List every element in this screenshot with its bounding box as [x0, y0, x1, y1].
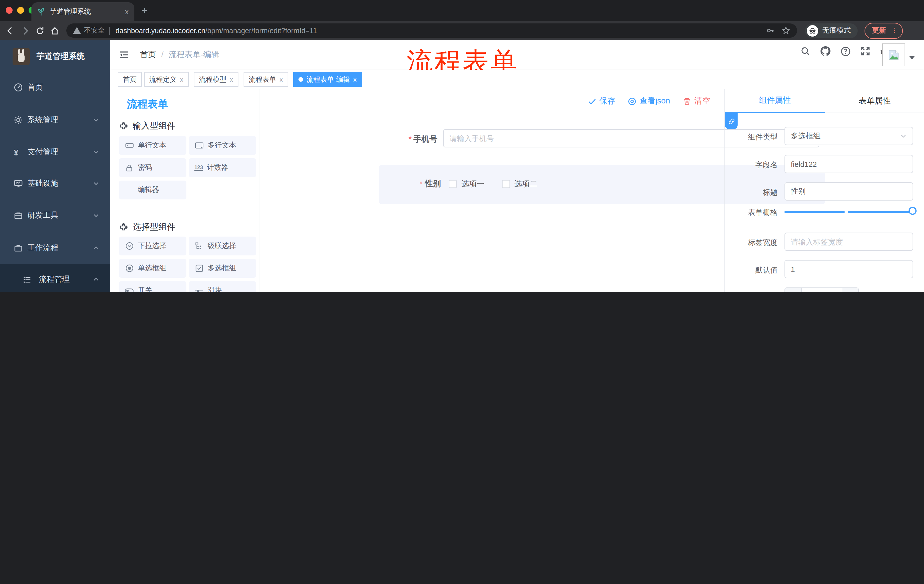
sidebar-collapse-icon[interactable] — [119, 50, 129, 60]
cascader-icon — [195, 242, 203, 250]
yen-icon: ¥ — [14, 147, 18, 157]
palette-item-checkbox-group[interactable]: 多选框组 — [189, 259, 256, 278]
min-select-placeholder: 至少应选 — [802, 288, 842, 292]
label-width-input[interactable] — [791, 237, 907, 246]
min-select-stepper[interactable]: − 至少应选 + — [784, 288, 859, 292]
gender-checkbox-2[interactable] — [502, 180, 510, 188]
designer-title: 流程表单 — [127, 97, 168, 111]
sidebar-item-workflow[interactable]: 工作流程 — [0, 234, 111, 262]
new-tab-button[interactable]: + — [142, 6, 147, 15]
label-width-field[interactable] — [784, 233, 913, 251]
default-value-field[interactable] — [784, 260, 913, 278]
sidebar-item-system[interactable]: 系统管理 — [0, 106, 111, 134]
tab-close-icon[interactable]: x — [180, 76, 183, 83]
tag-tab-process-form-edit[interactable]: 流程表单-编辑x — [293, 72, 361, 87]
stepper-plus-button[interactable]: + — [842, 288, 858, 292]
screen: 芋道管理系统 x + 不安全 dashboard.yudao.iocoder.c… — [0, 0, 924, 292]
home-icon[interactable] — [50, 26, 59, 35]
browser-tab-title: 芋道管理系统 — [50, 7, 125, 16]
slider-handle[interactable] — [909, 207, 917, 215]
gender-option-2-label: 选项二 — [514, 179, 538, 189]
browser-update-chip[interactable]: 更新 ⋮ — [865, 23, 903, 39]
not-secure-label[interactable]: 不安全 — [84, 26, 105, 35]
fullscreen-icon[interactable] — [860, 46, 870, 56]
form-grid-slider[interactable] — [784, 211, 912, 213]
gender-checkbox-1[interactable] — [449, 180, 457, 188]
bookmark-star-icon[interactable] — [782, 26, 790, 35]
title-input[interactable] — [791, 187, 907, 196]
forward-icon[interactable] — [21, 26, 30, 35]
palette-item-editor[interactable]: 编辑器 — [119, 181, 186, 199]
sidebar-item-payment[interactable]: ¥ 支付管理 — [0, 138, 111, 166]
broken-image-icon — [888, 49, 899, 61]
tag-tab-process-form[interactable]: 流程表单x — [244, 72, 288, 87]
palette-item-single-text[interactable]: 单行文本 — [119, 136, 186, 155]
workflow-icon — [14, 243, 23, 253]
incognito-badge: 无痕模式 — [805, 23, 858, 38]
title-field[interactable] — [784, 182, 913, 201]
minimize-window-button[interactable] — [17, 7, 24, 14]
incognito-label: 无痕模式 — [822, 26, 851, 35]
stepper-minus-button[interactable]: − — [785, 288, 802, 292]
window-controls[interactable] — [6, 7, 35, 14]
password-key-icon[interactable] — [766, 26, 775, 35]
tab-close-icon[interactable]: x — [230, 76, 233, 83]
github-icon[interactable] — [820, 46, 830, 57]
sidebar-item-infra[interactable]: 基础设施 — [0, 169, 111, 198]
sidebar-item-home[interactable]: 首页 — [0, 73, 111, 102]
field-name-field[interactable] — [784, 155, 913, 173]
radio-icon — [125, 264, 134, 273]
brand: 芋道管理系统 — [0, 44, 111, 69]
tag-tab-process-definition[interactable]: 流程定义x — [144, 72, 188, 87]
not-secure-warning-icon[interactable] — [73, 27, 81, 34]
palette-item-password[interactable]: 密码 — [119, 158, 186, 177]
chevron-up-icon — [92, 245, 99, 252]
palette-item-select[interactable]: 下拉选择 — [119, 237, 186, 255]
chevron-down-icon — [92, 212, 99, 219]
help-icon[interactable] — [840, 46, 851, 56]
view-json-button[interactable]: 查看json — [628, 96, 670, 106]
clear-button[interactable]: 清空 — [683, 96, 710, 106]
sidebar-item-process-manage[interactable]: 流程管理 — [0, 265, 111, 292]
breadcrumb-home[interactable]: 首页 — [140, 50, 156, 60]
reload-icon[interactable] — [35, 26, 45, 35]
tag-tab-process-model[interactable]: 流程模型x — [194, 72, 238, 87]
palette-item-slider[interactable]: 滑块 — [189, 281, 256, 292]
avatar-caret-icon[interactable] — [909, 56, 915, 59]
tag-tab-home[interactable]: 首页 — [118, 72, 142, 87]
address-bar[interactable]: 不安全 dashboard.yudao.iocoder.cn/bpm/manag… — [66, 23, 797, 38]
close-window-button[interactable] — [6, 7, 13, 14]
chevron-down-icon — [92, 148, 99, 155]
data-bind-link-tag[interactable] — [725, 113, 738, 129]
search-icon[interactable] — [800, 46, 810, 56]
chevron-down-icon — [92, 180, 99, 187]
tab-form-props[interactable]: 表单属性 — [825, 89, 924, 113]
incognito-icon — [807, 25, 818, 36]
palette-item-multi-text[interactable]: 多行文本 — [189, 136, 256, 155]
slider-icon — [195, 286, 203, 292]
browser-tab[interactable]: 芋道管理系统 x — [31, 2, 134, 21]
view-icon — [628, 97, 637, 105]
phone-label: *手机号 — [375, 134, 437, 145]
palette-item-switch[interactable]: 开关 — [119, 281, 186, 292]
back-icon[interactable] — [6, 26, 15, 35]
component-type-select[interactable]: 多选框组 — [784, 127, 913, 145]
tab-close-icon[interactable]: x — [353, 76, 356, 83]
tab-close-icon[interactable]: x — [280, 76, 283, 83]
tab-close-icon[interactable]: x — [125, 7, 129, 16]
palette-item-counter[interactable]: 123计数器 — [189, 158, 256, 177]
field-name-input[interactable] — [791, 160, 907, 168]
tab-component-props[interactable]: 组件属性 — [725, 89, 825, 113]
avatar[interactable] — [882, 43, 905, 66]
editor-icon — [125, 186, 134, 194]
palette-item-radio-group[interactable]: 单选框组 — [119, 259, 186, 278]
gender-label: 性别 — [425, 179, 441, 188]
default-value-input[interactable] — [791, 265, 907, 273]
update-label[interactable]: 更新 — [872, 26, 886, 35]
counter-123-icon: 123 — [195, 165, 203, 171]
check-icon — [588, 97, 597, 105]
save-button[interactable]: 保存 — [588, 96, 615, 106]
palette-item-cascader[interactable]: 级联选择 — [189, 237, 256, 255]
browser-menu-icon[interactable]: ⋮ — [891, 29, 898, 32]
sidebar-item-devtools[interactable]: 研发工具 — [0, 201, 111, 230]
